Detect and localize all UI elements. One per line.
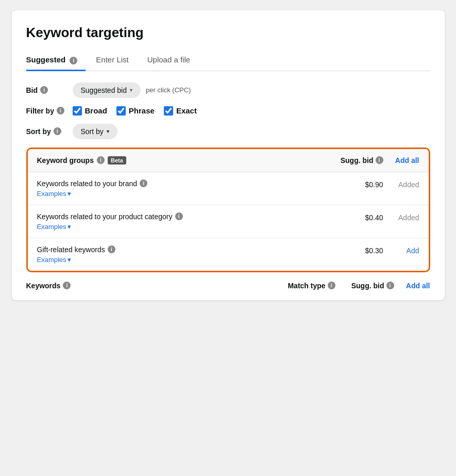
- tabs-container: Suggested i Enter List Upload a file: [26, 50, 430, 71]
- filter-options: Broad Phrase Exact: [73, 106, 197, 116]
- kg-category-examples-link[interactable]: Examples ▾: [37, 223, 322, 231]
- bid-dropdown-container: Suggested bid ▾ per click (CPC): [73, 83, 191, 98]
- kg-row-gift: Gift-related keywords i Examples ▾ $0.30…: [28, 238, 429, 271]
- per-click-label: per click (CPC): [146, 86, 191, 94]
- kg-brand-info-icon[interactable]: i: [140, 179, 147, 187]
- suggested-info-icon[interactable]: i: [70, 57, 77, 64]
- filter-exact[interactable]: Exact: [164, 106, 197, 116]
- kg-row-category: Keywords related to your product categor…: [28, 205, 429, 238]
- bottom-add-all-button[interactable]: Add all: [394, 282, 430, 290]
- examples-chevron-icon-3: ▾: [67, 256, 71, 264]
- bid-info-icon[interactable]: i: [40, 86, 48, 94]
- bid-chevron-icon: ▾: [130, 87, 132, 93]
- kg-brand-action: Added: [383, 179, 419, 189]
- exact-checkbox[interactable]: [164, 106, 173, 116]
- bid-dropdown-button[interactable]: Suggested bid ▾: [73, 83, 141, 98]
- phrase-checkbox[interactable]: [116, 106, 126, 116]
- kg-brand-examples-link[interactable]: Examples ▾: [37, 190, 322, 198]
- keyword-groups-header: Keyword groups i Beta Sugg. bid i Add al…: [28, 149, 429, 172]
- sort-row: Sort by i Sort by ▾: [26, 124, 430, 139]
- keywords-info-icon[interactable]: i: [63, 282, 71, 289]
- kg-row-gift-left: Gift-related keywords i Examples ▾: [37, 245, 322, 264]
- bottom-keywords-label: Keywords i: [26, 282, 281, 290]
- bottom-match-type-label: Match type i: [281, 282, 343, 290]
- kg-row-gift-title: Gift-related keywords i: [37, 245, 322, 254]
- bid-label: Bid i: [26, 86, 73, 94]
- tab-suggested[interactable]: Suggested i: [26, 50, 86, 71]
- beta-badge: Beta: [108, 156, 126, 165]
- bid-row: Bid i Suggested bid ▾ per click (CPC): [26, 83, 430, 98]
- kg-category-action: Added: [383, 212, 419, 222]
- sort-label: Sort by i: [26, 127, 73, 136]
- kg-header-left: Keyword groups i Beta: [37, 156, 322, 165]
- filter-label: Filter by i: [26, 107, 73, 115]
- kg-sugg-info-icon[interactable]: i: [376, 156, 383, 164]
- kg-row-category-title: Keywords related to your product categor…: [37, 212, 322, 221]
- kg-row-brand: Keywords related to your brand i Example…: [28, 172, 429, 205]
- bottom-sugg-bid-label: Sugg. bid i: [343, 282, 394, 290]
- examples-chevron-icon: ▾: [67, 190, 71, 198]
- examples-chevron-icon-2: ▾: [67, 223, 71, 231]
- keyword-targeting-card: Keyword targeting Suggested i Enter List…: [12, 10, 445, 300]
- sort-chevron-icon: ▾: [107, 128, 109, 134]
- kg-gift-info-icon[interactable]: i: [108, 245, 115, 253]
- tab-upload-file[interactable]: Upload a file: [147, 50, 198, 71]
- page-title: Keyword targeting: [26, 25, 430, 41]
- keyword-groups-box: Keyword groups i Beta Sugg. bid i Add al…: [26, 147, 430, 272]
- kg-add-all-button[interactable]: Add all: [383, 156, 419, 165]
- kg-info-icon[interactable]: i: [97, 156, 105, 164]
- kg-row-brand-left: Keywords related to your brand i Example…: [37, 179, 322, 198]
- bottom-keywords-row: Keywords i Match type i Sugg. bid i Add …: [26, 274, 430, 290]
- kg-brand-sugg-bid: $0.90: [322, 179, 383, 189]
- broad-checkbox[interactable]: [73, 106, 82, 116]
- sort-info-icon[interactable]: i: [54, 127, 61, 135]
- kg-category-info-icon[interactable]: i: [175, 212, 183, 220]
- tab-enter-list[interactable]: Enter List: [96, 50, 137, 71]
- kg-gift-sugg-bid: $0.30: [322, 245, 383, 255]
- kg-row-brand-title: Keywords related to your brand i: [37, 179, 322, 188]
- sugg-bid-info-icon[interactable]: i: [386, 282, 394, 289]
- kg-row-category-left: Keywords related to your product categor…: [37, 212, 322, 231]
- filter-phrase[interactable]: Phrase: [116, 106, 155, 116]
- kg-category-sugg-bid: $0.40: [322, 212, 383, 222]
- filter-info-icon[interactable]: i: [57, 107, 64, 114]
- sort-dropdown-button[interactable]: Sort by ▾: [73, 124, 117, 139]
- kg-gift-examples-link[interactable]: Examples ▾: [37, 256, 322, 264]
- kg-header-sugg-bid: Sugg. bid i: [322, 156, 383, 165]
- kg-gift-action-button[interactable]: Add: [383, 245, 419, 255]
- match-type-info-icon[interactable]: i: [328, 282, 335, 289]
- filter-row: Filter by i Broad Phrase Exact: [26, 106, 430, 116]
- filter-broad[interactable]: Broad: [73, 106, 107, 116]
